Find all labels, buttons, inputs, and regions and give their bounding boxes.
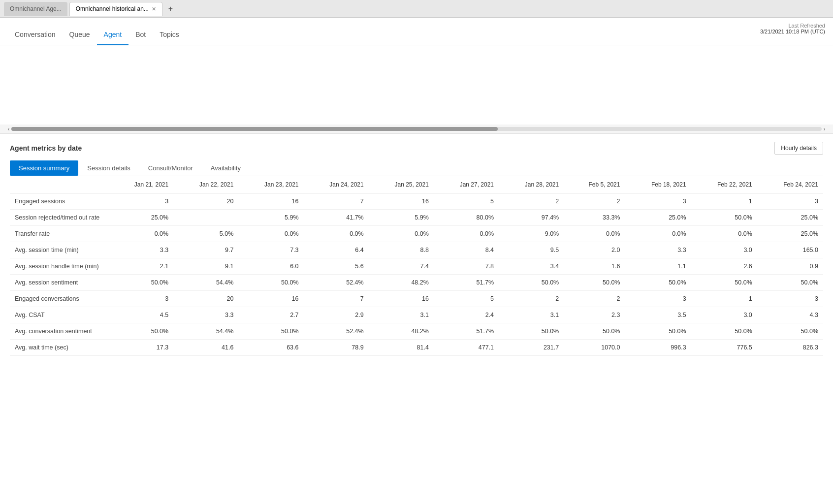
cell-r2-c5: 0.0% <box>434 226 499 242</box>
col-header-feb5: Feb 5, 2021 <box>564 176 625 193</box>
cell-r5-c8: 50.0% <box>625 275 691 291</box>
cell-r1-c8: 25.0% <box>625 210 691 226</box>
hourly-details-button[interactable]: Hourly details <box>774 142 823 155</box>
nav-item-bot[interactable]: Bot <box>128 25 153 45</box>
row-label-2: Transfer rate <box>10 226 108 242</box>
tab-close-icon[interactable]: ✕ <box>152 6 156 12</box>
cell-r6-c2: 16 <box>238 291 303 307</box>
col-header-jan28: Jan 28, 2021 <box>499 176 564 193</box>
cell-r7-c2: 2.7 <box>238 307 303 323</box>
row-label-3: Avg. session time (min) <box>10 242 108 258</box>
sub-tab-availability[interactable]: Availability <box>202 160 250 176</box>
scroll-left-icon[interactable]: ‹ <box>8 126 9 132</box>
row-label-5: Avg. session sentiment <box>10 275 108 291</box>
cell-r4-c2: 6.0 <box>238 258 303 275</box>
sub-tab-session-details[interactable]: Session details <box>78 160 139 176</box>
sub-tab-session-summary[interactable]: Session summary <box>10 160 78 176</box>
cell-r1-c7: 33.3% <box>564 210 625 226</box>
table-header-row: Jan 21, 2021 Jan 22, 2021 Jan 23, 2021 J… <box>10 176 823 193</box>
cell-r5-c1: 54.4% <box>173 275 238 291</box>
cell-r3-c2: 7.3 <box>238 242 303 258</box>
cell-r9-c10: 826.3 <box>757 340 823 356</box>
cell-r6-c8: 3 <box>625 291 691 307</box>
col-header-feb18: Feb 18, 2021 <box>625 176 691 193</box>
cell-r9-c4: 81.4 <box>369 340 434 356</box>
cell-r8-c4: 48.2% <box>369 323 434 340</box>
scrollbar-track[interactable] <box>11 127 821 131</box>
nav-item-queue[interactable]: Queue <box>63 25 97 45</box>
tab-label: Omnichannel Age... <box>10 5 62 12</box>
last-refreshed-value: 3/21/2021 10:18 PM (UTC) <box>760 29 825 34</box>
sub-tab-bar: Session summary Session details Consult/… <box>10 160 823 176</box>
table-row: Avg. wait time (sec)17.341.663.678.981.4… <box>10 340 823 356</box>
sub-tab-consult-monitor[interactable]: Consult/Monitor <box>139 160 202 176</box>
table-row: Avg. session handle time (min)2.19.16.05… <box>10 258 823 275</box>
tab-omnichannel-age[interactable]: Omnichannel Age... <box>4 2 67 16</box>
cell-r7-c6: 3.1 <box>499 307 564 323</box>
cell-r8-c3: 52.4% <box>304 323 369 340</box>
cell-r3-c9: 3.0 <box>691 242 757 258</box>
nav-item-topics[interactable]: Topics <box>153 25 186 45</box>
cell-r0-c8: 3 <box>625 193 691 210</box>
cell-r0-c0: 3 <box>108 193 173 210</box>
col-header-jan22: Jan 22, 2021 <box>173 176 238 193</box>
cell-r2-c6: 9.0% <box>499 226 564 242</box>
metrics-table: Jan 21, 2021 Jan 22, 2021 Jan 23, 2021 J… <box>10 176 823 356</box>
cell-r5-c0: 50.0% <box>108 275 173 291</box>
cell-r0-c4: 16 <box>369 193 434 210</box>
cell-r7-c0: 4.5 <box>108 307 173 323</box>
cell-r5-c2: 50.0% <box>238 275 303 291</box>
tab-omnichannel-historical[interactable]: Omnichannel historical an... ✕ <box>69 2 162 16</box>
cell-r4-c1: 9.1 <box>173 258 238 275</box>
metrics-title: Agent metrics by date <box>10 144 82 152</box>
cell-r9-c5: 477.1 <box>434 340 499 356</box>
cell-r8-c10: 50.0% <box>757 323 823 340</box>
row-label-7: Avg. CSAT <box>10 307 108 323</box>
cell-r8-c5: 51.7% <box>434 323 499 340</box>
cell-r4-c5: 7.8 <box>434 258 499 275</box>
cell-r4-c4: 7.4 <box>369 258 434 275</box>
tab-label: Omnichannel historical an... <box>76 5 149 12</box>
chart-area: ‹ › <box>0 45 833 134</box>
cell-r6-c1: 20 <box>173 291 238 307</box>
cell-r2-c1: 5.0% <box>173 226 238 242</box>
cell-r5-c5: 51.7% <box>434 275 499 291</box>
cell-r4-c6: 3.4 <box>499 258 564 275</box>
row-label-9: Avg. wait time (sec) <box>10 340 108 356</box>
row-label-0: Engaged sessions <box>10 193 108 210</box>
cell-r7-c4: 3.1 <box>369 307 434 323</box>
cell-r2-c3: 0.0% <box>304 226 369 242</box>
cell-r7-c3: 2.9 <box>304 307 369 323</box>
table-row: Session rejected/timed out rate25.0%5.9%… <box>10 210 823 226</box>
last-refreshed-label: Last Refreshed <box>760 23 825 29</box>
cell-r6-c7: 2 <box>564 291 625 307</box>
col-header-empty <box>10 176 108 193</box>
cell-r6-c5: 5 <box>434 291 499 307</box>
metrics-section: Agent metrics by date Hourly details Ses… <box>0 134 833 364</box>
cell-r6-c4: 16 <box>369 291 434 307</box>
new-tab-button[interactable]: + <box>164 4 177 13</box>
cell-r3-c0: 3.3 <box>108 242 173 258</box>
nav-item-agent[interactable]: Agent <box>97 25 129 45</box>
cell-r2-c2: 0.0% <box>238 226 303 242</box>
cell-r8-c0: 50.0% <box>108 323 173 340</box>
browser-tab-bar: Omnichannel Age... Omnichannel historica… <box>0 0 833 18</box>
cell-r9-c1: 41.6 <box>173 340 238 356</box>
cell-r8-c9: 50.0% <box>691 323 757 340</box>
cell-r3-c5: 8.4 <box>434 242 499 258</box>
cell-r4-c9: 2.6 <box>691 258 757 275</box>
cell-r2-c10: 25.0% <box>757 226 823 242</box>
nav-item-conversation[interactable]: Conversation <box>8 25 63 45</box>
row-label-8: Avg. conversation sentiment <box>10 323 108 340</box>
cell-r0-c5: 5 <box>434 193 499 210</box>
data-table-container[interactable]: Jan 21, 2021 Jan 22, 2021 Jan 23, 2021 J… <box>10 176 823 356</box>
cell-r2-c8: 0.0% <box>625 226 691 242</box>
col-header-jan24: Jan 24, 2021 <box>304 176 369 193</box>
cell-r4-c7: 1.6 <box>564 258 625 275</box>
cell-r1-c4: 5.9% <box>369 210 434 226</box>
scroll-right-icon[interactable]: › <box>824 126 825 132</box>
cell-r3-c4: 8.8 <box>369 242 434 258</box>
main-scroll-area[interactable]: ‹ › Agent metrics by date Hourly details… <box>0 45 833 504</box>
col-header-jan27: Jan 27, 2021 <box>434 176 499 193</box>
cell-r3-c6: 9.5 <box>499 242 564 258</box>
